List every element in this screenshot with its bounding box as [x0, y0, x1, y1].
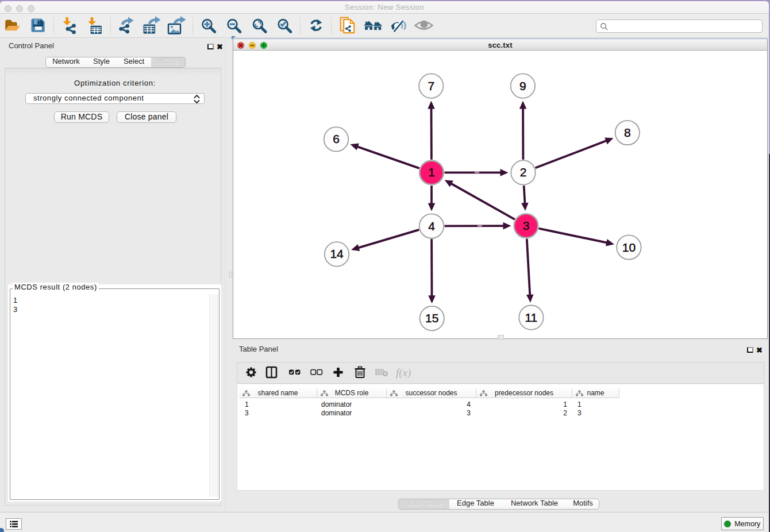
svg-text:10: 10 [622, 241, 636, 254]
svg-text:3: 3 [523, 219, 530, 232]
svg-text:6: 6 [333, 132, 340, 145]
svg-text:2: 2 [520, 165, 527, 179]
svg-text:f(x): f(x) [396, 366, 411, 379]
svg-text:11: 11 [525, 311, 537, 324]
svg-text:14: 14 [330, 247, 344, 260]
svg-text:15: 15 [425, 311, 438, 325]
svg-text:8: 8 [624, 126, 631, 139]
svg-text:1: 1 [428, 165, 435, 179]
svg-text:4: 4 [428, 219, 435, 233]
svg-text:9: 9 [519, 79, 526, 92]
svg-text:7: 7 [428, 79, 434, 92]
